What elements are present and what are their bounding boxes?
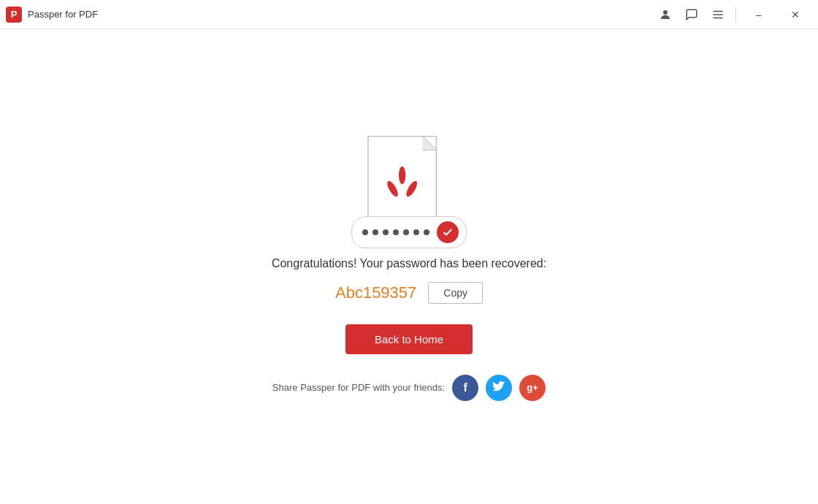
svg-point-0 — [663, 10, 668, 15]
menu-button[interactable] — [706, 3, 730, 26]
password-value: Abc159357 — [335, 283, 416, 302]
close-button[interactable]: ✕ — [779, 3, 812, 26]
titlebar-left: P Passper for PDF — [6, 7, 98, 23]
share-text: Share Passper for PDF with your friends: — [272, 382, 445, 393]
password-bar — [351, 216, 467, 248]
app-title: Passper for PDF — [28, 9, 98, 20]
twitter-icon — [492, 381, 505, 394]
copy-button[interactable]: Copy — [428, 282, 483, 304]
main-content: Congratulations! Your password has been … — [0, 29, 818, 504]
pdf-icon-container — [362, 133, 456, 235]
account-button[interactable] — [654, 3, 677, 26]
dot-2 — [372, 229, 378, 235]
dot-5 — [403, 229, 409, 235]
congrats-text: Congratulations! Your password has been … — [272, 257, 546, 270]
minimize-button[interactable]: – — [742, 3, 776, 26]
dot-3 — [383, 229, 389, 235]
dot-4 — [393, 229, 399, 235]
back-to-home-button[interactable]: Back to Home — [345, 324, 473, 354]
titlebar: P Passper for PDF – ✕ — [0, 0, 818, 29]
googleplus-share-button[interactable]: g+ — [519, 375, 546, 401]
dot-1 — [362, 229, 368, 235]
facebook-icon: f — [463, 381, 467, 394]
twitter-share-button[interactable] — [486, 375, 512, 401]
svg-point-7 — [399, 166, 405, 183]
app-logo-icon: P — [6, 7, 22, 23]
googleplus-icon: g+ — [527, 382, 538, 393]
titlebar-separator — [735, 7, 736, 22]
password-row: Abc159357 Copy — [335, 282, 483, 304]
check-icon — [437, 221, 459, 243]
share-row: Share Passper for PDF with your friends:… — [272, 375, 546, 401]
facebook-share-button[interactable]: f — [452, 375, 478, 401]
titlebar-controls: – ✕ — [654, 3, 812, 26]
dot-7 — [424, 229, 429, 235]
dot-6 — [413, 229, 419, 235]
chat-button[interactable] — [680, 3, 703, 26]
